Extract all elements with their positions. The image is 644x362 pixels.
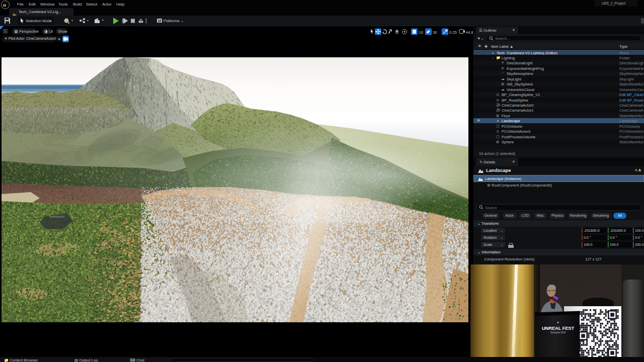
svg-text:0.25: 0.25: [449, 30, 457, 35]
svg-text:30: 30: [433, 30, 437, 35]
svg-text:44.8: 44.8: [466, 30, 473, 35]
svg-text:10: 10: [419, 30, 423, 35]
